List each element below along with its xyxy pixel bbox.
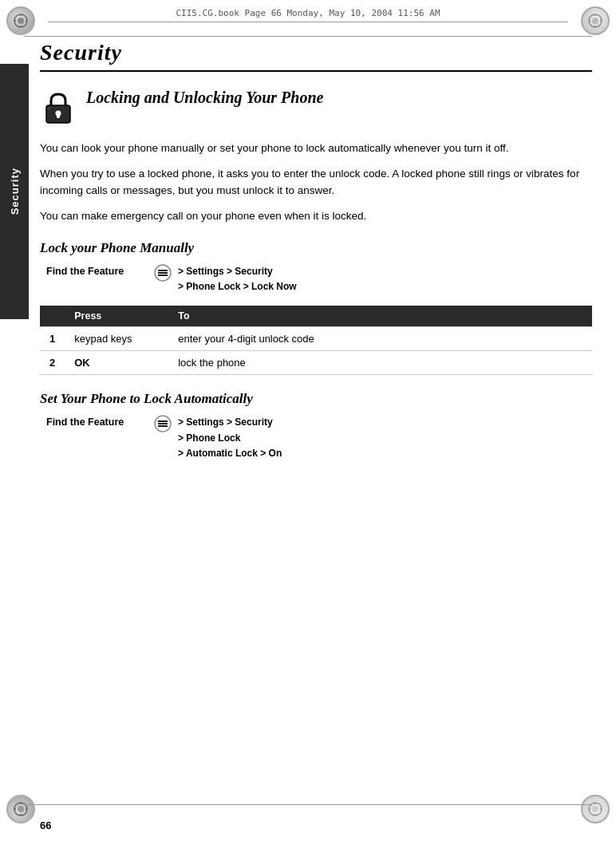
file-info-bar: CII5.CG.book Page 66 Monday, May 10, 200…: [48, 8, 568, 22]
page-number: 66: [40, 819, 51, 831]
row-1-number: 1: [40, 327, 65, 351]
row-2-press: OK: [65, 351, 168, 375]
th-press: Press: [65, 306, 168, 327]
bottom-divider: [24, 804, 592, 805]
find-feature-label-manual: Find the Feature: [46, 264, 142, 277]
th-num: [40, 306, 65, 327]
table-header-row: Press To: [40, 306, 592, 327]
path-lines-auto: > Settings > Security > Phone Lock > Aut…: [178, 415, 282, 461]
path-lines-manual: > Settings > Security > Phone Lock > Loc…: [178, 264, 297, 294]
svg-rect-26: [57, 113, 60, 118]
th-to: To: [168, 306, 592, 327]
find-feature-label-auto: Find the Feature: [46, 415, 142, 428]
sidebar-tab: Security: [0, 64, 29, 319]
sidebar-label: Security: [9, 168, 21, 215]
lock-icon: [40, 89, 78, 128]
find-feature-content-auto: > Settings > Security > Phone Lock > Aut…: [154, 415, 282, 461]
body-paragraph-1: You can look your phone manually or set …: [40, 140, 592, 156]
row-2-number: 2: [40, 351, 65, 375]
row-1-press: keypad keys: [65, 327, 168, 351]
lock-manually-title: Lock your Phone Manually: [40, 240, 592, 256]
row-1-to: enter your 4-digit unlock code: [168, 327, 592, 351]
find-feature-auto: Find the Feature > Settings > Security >…: [40, 415, 592, 461]
body-paragraph-3: You can make emergency call on your phon…: [40, 208, 592, 224]
table-row: 2 OK lock the phone: [40, 351, 592, 375]
section-header: Locking and Unlocking Your Phone: [40, 88, 592, 128]
find-feature-content-manual: > Settings > Security > Phone Lock > Loc…: [154, 264, 297, 294]
body-paragraph-2: When you try to use a locked phone, it a…: [40, 166, 592, 199]
top-divider: [24, 36, 592, 37]
main-content: Security Locking and Unlocking Your Phon…: [40, 40, 592, 801]
svg-point-1: [18, 18, 24, 24]
svg-point-7: [592, 18, 598, 24]
svg-point-19: [592, 806, 598, 812]
find-feature-manual: Find the Feature > Settings > Security >…: [40, 264, 592, 294]
table-row: 1 keypad keys enter your 4-digit unlock …: [40, 327, 592, 351]
section-title: Locking and Unlocking Your Phone: [86, 88, 323, 107]
instruction-table: Press To 1 keypad keys enter your 4-digi…: [40, 306, 592, 375]
svg-point-13: [18, 806, 24, 812]
page-title: Security: [40, 40, 592, 72]
menu-icon-auto: [154, 415, 172, 432]
lock-auto-title: Set Your Phone to Lock Automatically: [40, 391, 592, 407]
row-2-to: lock the phone: [168, 351, 592, 375]
menu-icon-manual: [154, 264, 172, 282]
